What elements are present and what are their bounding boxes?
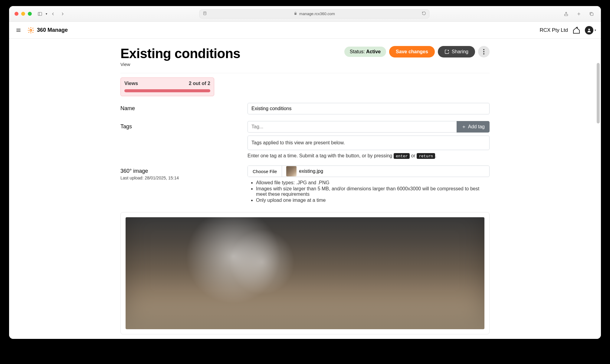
file-input-row: Choose File existing.jpg: [248, 166, 490, 177]
views-card[interactable]: Views 2 out of 2: [120, 77, 214, 96]
nav-back-icon[interactable]: [49, 10, 57, 18]
menu-button[interactable]: [14, 26, 23, 35]
svg-point-12: [30, 29, 32, 31]
browser-chrome: ▾ manage.rcx360.com: [9, 6, 601, 22]
page-content: Existing conditions View Status: Active …: [9, 39, 601, 339]
reader-icon[interactable]: [203, 11, 207, 16]
status-value: Active: [366, 49, 381, 54]
app-brand[interactable]: 360 Manage: [27, 27, 68, 34]
last-upload-label: Last upload:: [120, 175, 145, 180]
tags-input[interactable]: [248, 121, 457, 133]
more-menu-button[interactable]: [478, 46, 490, 57]
sharing-button[interactable]: Sharing: [438, 46, 475, 57]
scrollbar-thumb[interactable]: [597, 63, 600, 123]
kbd-or-text: or: [411, 153, 417, 158]
tabs-icon[interactable]: [588, 10, 595, 18]
home-upload-icon[interactable]: [572, 26, 581, 34]
org-name: RCX Pty Ltd: [539, 27, 568, 33]
svg-point-14: [483, 49, 484, 50]
sidebar-toggle-icon[interactable]: [36, 10, 44, 18]
address-bar-container: manage.rcx360.com: [71, 9, 558, 18]
app-brand-text: 360 Manage: [37, 27, 68, 33]
views-count: 2 out of 2: [189, 81, 210, 86]
plus-icon: ＋: [461, 124, 466, 130]
window-close-icon[interactable]: [15, 12, 18, 16]
tags-hint: Enter one tag at a time. Submit a tag wi…: [248, 153, 490, 159]
svg-rect-8: [591, 13, 593, 15]
kbd-return: return: [417, 153, 435, 159]
file-rule-1: Allowed file types: .JPG and .PNG: [256, 180, 490, 185]
address-url: manage.rcx360.com: [299, 11, 335, 16]
status-badge: Status: Active: [344, 47, 386, 57]
user-menu-caret-icon[interactable]: ▾: [595, 28, 596, 32]
file-hints: Allowed file types: .JPG and .PNG Images…: [248, 180, 490, 203]
avatar[interactable]: [585, 26, 593, 34]
file-thumbnail: [286, 166, 297, 176]
period: .: [435, 153, 436, 158]
chrome-right-group: [562, 10, 595, 18]
add-tag-button[interactable]: ＋ Add tag: [457, 121, 490, 133]
browser-window: ▾ manage.rcx360.com: [9, 6, 601, 339]
views-label: Views: [124, 81, 138, 86]
address-bar[interactable]: manage.rcx360.com: [199, 9, 429, 18]
page-title: Existing conditions: [120, 46, 240, 61]
status-label: Status:: [350, 49, 366, 54]
name-label: Name: [120, 103, 248, 112]
chrome-nav-group: ▾: [36, 10, 67, 18]
image-preview[interactable]: [126, 217, 484, 329]
chevron-down-icon[interactable]: ▾: [46, 12, 47, 15]
choose-file-button[interactable]: Choose File: [248, 166, 282, 177]
window-minimize-icon[interactable]: [21, 12, 25, 16]
image-preview-card: [120, 212, 490, 334]
file-rule-2: Images with size larger than 5 MB, and/o…: [256, 186, 490, 197]
new-tab-icon[interactable]: [575, 10, 583, 18]
last-upload-value: 28/01/2025, 15:14: [145, 175, 179, 180]
name-input[interactable]: [248, 103, 490, 114]
lock-icon: [294, 11, 297, 16]
traffic-lights: [15, 12, 32, 16]
kebab-icon: [483, 49, 484, 54]
refresh-icon[interactable]: [422, 11, 426, 16]
share-icon[interactable]: [562, 10, 570, 18]
page-subtitle: View: [120, 62, 240, 67]
svg-rect-0: [38, 12, 42, 15]
last-upload: Last upload: 28/01/2025, 15:14: [120, 175, 248, 180]
nav-forward-icon[interactable]: [59, 10, 67, 18]
app-header: 360 Manage RCX Pty Ltd ▾: [9, 22, 601, 39]
file-rule-3: Only upload one image at a time: [256, 198, 490, 203]
file-name: existing.jpg: [299, 169, 323, 174]
divider: [120, 73, 490, 73]
tags-label: Tags: [120, 121, 248, 130]
sharing-button-label: Sharing: [452, 49, 468, 54]
share-outgoing-icon: [444, 49, 449, 54]
save-button[interactable]: Save changes: [389, 46, 435, 57]
kbd-enter: enter: [394, 153, 410, 159]
window-maximize-icon[interactable]: [28, 12, 32, 16]
tags-applied-note: Tags applied to this view are present be…: [248, 136, 490, 150]
tags-hint-text: Enter one tag at a time. Submit a tag wi…: [248, 153, 394, 158]
svg-point-16: [483, 53, 484, 54]
views-progress-bar: [124, 89, 210, 92]
svg-point-15: [483, 51, 484, 52]
add-tag-label: Add tag: [468, 124, 485, 130]
svg-point-13: [588, 28, 590, 30]
image-label: 360° image: [120, 168, 248, 174]
gear-icon: [27, 27, 34, 34]
